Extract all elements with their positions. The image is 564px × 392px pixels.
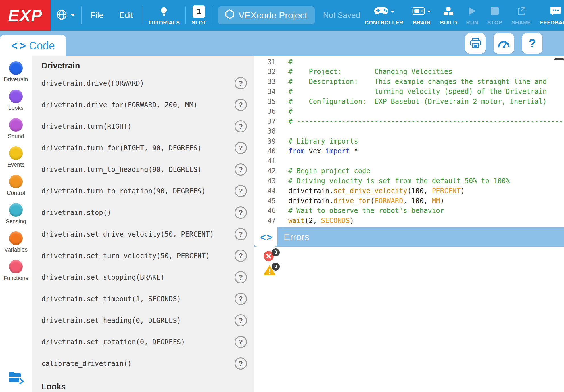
command-text[interactable]: drivetrain.turn_to_rotation(90, DEGREES) bbox=[41, 187, 206, 195]
line-number: 32 bbox=[254, 68, 276, 76]
category-color-dot[interactable] bbox=[9, 61, 23, 75]
share-icon bbox=[516, 6, 526, 17]
print-console-button[interactable] bbox=[465, 33, 486, 54]
command-text[interactable]: drivetrain.drive_for(FORWARD, 200, MM) bbox=[41, 101, 197, 109]
help-button[interactable]: ? bbox=[235, 293, 247, 305]
chevron-down-icon bbox=[70, 13, 75, 18]
sidebar-item-events[interactable]: Events bbox=[0, 146, 32, 175]
line-number: 37 bbox=[254, 117, 276, 125]
palette-command-row[interactable]: drivetrain.stop() ? bbox=[32, 202, 254, 224]
chevron-down-icon bbox=[390, 9, 394, 14]
dashboard-button[interactable] bbox=[494, 33, 514, 54]
category-color-dot[interactable] bbox=[9, 118, 23, 132]
code-token: , 100, bbox=[403, 197, 432, 205]
error-circle-icon bbox=[263, 258, 274, 262]
command-text[interactable]: drivetrain.turn(RIGHT) bbox=[41, 123, 132, 130]
palette-command-row[interactable]: calibrate_drivetrain() ? bbox=[32, 353, 254, 374]
command-text[interactable]: drivetrain.set_turn_velocity(50, PERCENT… bbox=[41, 252, 210, 260]
sidebar-item-sensing[interactable]: Sensing bbox=[0, 203, 32, 231]
edit-menu[interactable]: Edit bbox=[111, 11, 141, 20]
category-color-dot[interactable] bbox=[9, 175, 23, 188]
command-text[interactable]: drivetrain.set_rotation(0, DEGREES) bbox=[41, 338, 185, 346]
slot-button[interactable]: 1 SLOT bbox=[187, 5, 211, 26]
stop-button[interactable]: STOP bbox=[483, 5, 507, 26]
command-text[interactable]: drivetrain.set_drive_velocity(50, PERCEN… bbox=[41, 230, 214, 238]
palette-command-row[interactable]: drivetrain.set_rotation(0, DEGREES) ? bbox=[32, 331, 254, 353]
brain-button[interactable]: BRAIN bbox=[408, 5, 435, 26]
palette-command-row[interactable]: drivetrain.turn_to_rotation(90, DEGREES)… bbox=[32, 180, 254, 202]
palette-command-row[interactable]: drivetrain.set_stopping(BRAKE) ? bbox=[32, 267, 254, 288]
palette-command-row[interactable]: drivetrain.turn(RIGHT) ? bbox=[32, 116, 254, 137]
category-color-dot[interactable] bbox=[9, 203, 23, 217]
sidebar-item-functions[interactable]: Functions bbox=[0, 260, 32, 288]
feedback-label: FEEDBACK bbox=[540, 20, 564, 26]
palette-command-row[interactable]: drivetrain.set_timeout(1, SECONDS) ? bbox=[32, 288, 254, 310]
code-text: # Project: Changing Velocities bbox=[288, 68, 452, 76]
command-text[interactable]: drivetrain.drive(FORWARD) bbox=[41, 79, 144, 87]
sidebar-item-control[interactable]: Control bbox=[0, 175, 32, 203]
command-text[interactable]: drivetrain.stop() bbox=[41, 209, 111, 217]
sidebar-item-drivetrain[interactable]: Drivetrain bbox=[0, 61, 32, 90]
palette-command-row[interactable]: drivetrain.set_turn_velocity(50, PERCENT… bbox=[32, 245, 254, 267]
error-counter[interactable]: 0 bbox=[263, 251, 278, 264]
build-button[interactable]: BUILD bbox=[435, 5, 461, 26]
category-color-dot[interactable] bbox=[9, 231, 23, 245]
palette-command-row[interactable]: drivetrain.drive(FORWARD) ? bbox=[32, 73, 254, 94]
scrollbar-thumb[interactable] bbox=[554, 58, 564, 60]
code-token: # turning velocity (speed) of the Drivet… bbox=[288, 88, 547, 96]
palette-command-row[interactable]: drivetrain.drive_for(FORWARD, 200, MM) ? bbox=[32, 94, 254, 116]
category-label: Sound bbox=[8, 133, 24, 140]
project-title-box[interactable]: VEXcode Project bbox=[218, 6, 315, 24]
sidebar-item-sound[interactable]: Sound bbox=[0, 118, 32, 146]
command-text[interactable]: drivetrain.set_timeout(1, SECONDS) bbox=[41, 295, 181, 303]
warning-counter[interactable]: 0 bbox=[263, 265, 278, 279]
tutorials-button[interactable]: TUTORIALS bbox=[143, 5, 184, 26]
command-text[interactable]: drivetrain.set_heading(0, DEGREES) bbox=[41, 317, 181, 324]
palette-command-row[interactable]: drivetrain.turn_for(RIGHT, 90, DEGREES) … bbox=[32, 137, 254, 159]
line-number: 33 bbox=[254, 78, 276, 86]
help-button[interactable]: ? bbox=[235, 336, 247, 348]
help-button[interactable]: ? bbox=[235, 314, 247, 326]
help-button[interactable]: ? bbox=[235, 357, 247, 370]
help-button[interactable]: ? bbox=[235, 185, 247, 197]
command-text[interactable]: drivetrain.turn_to_heading(90, DEGREES) bbox=[41, 166, 202, 174]
exp-logo: EXP bbox=[0, 0, 51, 31]
language-menu[interactable] bbox=[51, 9, 80, 22]
sidebar-item-looks[interactable]: Looks bbox=[0, 90, 32, 118]
category-color-dot[interactable] bbox=[9, 260, 23, 273]
brain-label: BRAIN bbox=[413, 20, 431, 26]
category-color-dot[interactable] bbox=[9, 146, 23, 160]
category-color-dot[interactable] bbox=[9, 90, 23, 103]
palette-command-row[interactable]: drivetrain.turn_to_heading(90, DEGREES) … bbox=[32, 159, 254, 180]
palette-command-row[interactable]: drivetrain.set_drive_velocity(50, PERCEN… bbox=[32, 224, 254, 245]
tab-errors[interactable]: < > bbox=[254, 227, 277, 247]
line-number: 41 bbox=[254, 157, 276, 165]
feedback-button[interactable]: FEEDBACK bbox=[535, 5, 564, 26]
tab-code[interactable]: < > Code bbox=[0, 35, 66, 56]
sidebar-item-variables[interactable]: Variables bbox=[0, 231, 32, 260]
toggle-blocks-button[interactable] bbox=[8, 371, 24, 386]
command-text[interactable]: calibrate_drivetrain() bbox=[41, 360, 132, 368]
help-button[interactable]: ? bbox=[522, 33, 542, 54]
controller-button[interactable]: CONTROLLER bbox=[360, 5, 408, 26]
help-button[interactable]: ? bbox=[235, 99, 247, 111]
run-button[interactable]: RUN bbox=[461, 5, 482, 26]
command-text[interactable]: drivetrain.turn_for(RIGHT, 90, DEGREES) bbox=[41, 144, 202, 152]
help-button[interactable]: ? bbox=[235, 120, 247, 132]
help-button[interactable]: ? bbox=[235, 271, 247, 283]
file-menu[interactable]: File bbox=[83, 11, 111, 20]
share-button[interactable]: SHARE bbox=[507, 5, 536, 26]
palette-command-row[interactable]: drivetrain.set_heading(0, DEGREES) ? bbox=[32, 310, 254, 331]
help-button[interactable]: ? bbox=[235, 163, 247, 176]
help-button[interactable]: ? bbox=[235, 228, 247, 240]
code-token: MM bbox=[432, 197, 440, 205]
code-text: # --------------------------------------… bbox=[288, 117, 564, 125]
help-button[interactable]: ? bbox=[235, 206, 247, 219]
help-button[interactable]: ? bbox=[235, 142, 247, 154]
toolbar-divider bbox=[212, 7, 212, 24]
command-text[interactable]: drivetrain.set_stopping(BRAKE) bbox=[41, 273, 164, 281]
help-button[interactable]: ? bbox=[235, 250, 247, 262]
code-editor[interactable]: 31 # 32 # Project: Changing Velocities 3… bbox=[254, 56, 564, 227]
build-blocks-icon bbox=[443, 6, 454, 17]
help-button[interactable]: ? bbox=[235, 77, 247, 89]
